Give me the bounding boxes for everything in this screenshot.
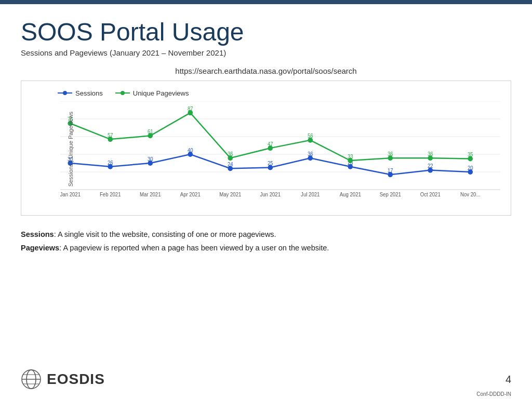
pageviews-legend-label: Unique Pageviews (133, 89, 189, 97)
svg-text:35: 35 (468, 152, 473, 157)
sessions-description: Sessions: A single visit to the website,… (21, 228, 511, 241)
svg-text:Jun 2021: Jun 2021 (260, 192, 281, 197)
description-section: Sessions: A single visit to the website,… (21, 228, 511, 255)
sessions-desc-text: : A single visit to the website, consist… (54, 230, 276, 238)
page-title: SOOS Portal Usage (21, 19, 511, 46)
svg-text:22: 22 (428, 163, 433, 169)
svg-text:30: 30 (148, 156, 153, 162)
page-subtitle: Sessions and Pageviews (January 2021 – N… (21, 48, 511, 57)
page-number: 4 (506, 374, 511, 385)
svg-text:36: 36 (308, 151, 313, 157)
svg-text:Nov 20...: Nov 20... (460, 192, 480, 197)
svg-text:36: 36 (228, 151, 233, 157)
logo-text: EOSDIS (47, 371, 105, 388)
chart-container: Sessions Unique Pageviews Sessions | Uni… (21, 81, 511, 216)
pageviews-desc-text: : A pageview is reported when a page has… (59, 244, 329, 252)
sessions-legend-label: Sessions (75, 89, 103, 97)
svg-text:25: 25 (268, 161, 273, 166)
svg-text:Apr 2021: Apr 2021 (180, 192, 201, 197)
chart-svg: 0 20 40 60 80 100 Jan 2021 Feb 2021 Mar … (60, 101, 500, 197)
svg-text:56: 56 (308, 133, 313, 139)
chart-area: Sessions | Unique Pageviews 0 20 40 60 8… (60, 101, 500, 197)
footer: EOSDIS 4 (0, 369, 532, 390)
eosdis-globe-icon (21, 369, 42, 390)
y-axis-label: Sessions | Unique Pageviews (68, 112, 74, 187)
svg-text:36: 36 (388, 151, 393, 157)
pageviews-description: Pageviews: A pageview is reported when a… (21, 242, 511, 255)
conf-label: Conf-DDDD-IN (476, 391, 511, 397)
svg-text:33: 33 (348, 154, 353, 159)
svg-text:Feb 2021: Feb 2021 (100, 192, 121, 197)
svg-text:Oct 2021: Oct 2021 (420, 192, 441, 197)
sessions-legend-line (58, 92, 72, 94)
svg-text:Sep 2021: Sep 2021 (380, 192, 401, 197)
legend-pageviews: Unique Pageviews (115, 89, 189, 97)
svg-text:Mar 2021: Mar 2021 (140, 192, 161, 197)
svg-text:61: 61 (148, 129, 153, 135)
main-content: SOOS Portal Usage Sessions and Pageviews… (0, 4, 532, 266)
svg-text:40: 40 (188, 148, 193, 153)
svg-text:20: 20 (468, 165, 473, 171)
svg-text:May 2021: May 2021 (219, 192, 241, 197)
chart-legend: Sessions Unique Pageviews (58, 89, 500, 97)
pageviews-term: Pageviews (21, 244, 59, 252)
svg-text:57: 57 (108, 132, 113, 138)
svg-text:Aug 2021: Aug 2021 (340, 192, 361, 197)
svg-text:26: 26 (108, 160, 113, 166)
pageviews-legend-line (115, 92, 130, 94)
logo-area: EOSDIS (21, 369, 105, 390)
svg-text:36: 36 (428, 151, 433, 157)
svg-text:Jul 2021: Jul 2021 (301, 192, 320, 197)
legend-sessions: Sessions (58, 89, 103, 97)
top-bar (0, 0, 532, 4)
sessions-term: Sessions (21, 230, 54, 238)
svg-text:Jan 2021: Jan 2021 (60, 192, 81, 197)
svg-text:24: 24 (228, 162, 233, 167)
svg-text:47: 47 (268, 141, 273, 147)
chart-url: https://search.earthdata.nasa.gov/portal… (21, 66, 511, 75)
svg-text:17: 17 (388, 168, 393, 174)
svg-text:87: 87 (188, 106, 193, 112)
